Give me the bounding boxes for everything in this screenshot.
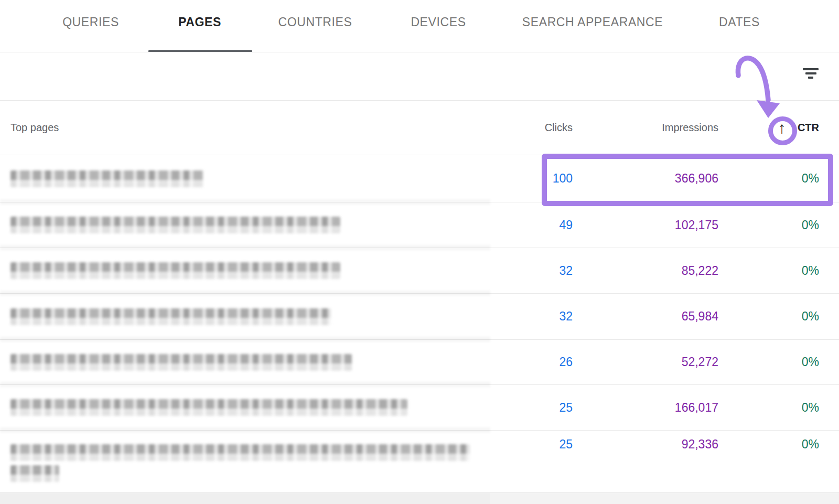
blurred-url-text: [10, 444, 470, 461]
active-tab-underline: [148, 50, 252, 52]
clicks-value[interactable]: 100: [494, 171, 573, 186]
tab-countries[interactable]: COUNTRIES: [278, 0, 352, 44]
clicks-value[interactable]: 26: [494, 355, 573, 369]
table-row[interactable]: 2592,3360%: [0, 430, 839, 492]
tab-pages[interactable]: PAGES: [178, 0, 221, 44]
page-url-blurred[interactable]: [10, 262, 494, 279]
table-header-row: Top pages Clicks Impressions ↑ CTR: [0, 101, 839, 155]
ctr-value: 0%: [718, 171, 819, 186]
table-row[interactable]: 2652,2720%: [0, 339, 839, 384]
column-header-clicks[interactable]: Clicks: [494, 122, 573, 134]
blurred-url-text: [10, 170, 203, 187]
page-url-blurred[interactable]: [10, 437, 494, 482]
column-header-impressions[interactable]: Impressions: [573, 122, 718, 134]
table-row[interactable]: 100366,9060%: [0, 155, 839, 202]
table-row[interactable]: 49102,1750%: [0, 202, 839, 248]
column-header-ctr-group: ↑ CTR: [718, 120, 819, 136]
table-row[interactable]: 3285,2220%: [0, 248, 839, 293]
column-header-ctr[interactable]: CTR: [798, 122, 819, 134]
tab-search-appearance[interactable]: SEARCH APPEARANCE: [522, 0, 663, 44]
impressions-value: 166,017: [573, 401, 718, 415]
blurred-url-text: [10, 465, 59, 482]
ctr-value: 0%: [718, 401, 819, 415]
column-header-top-pages[interactable]: Top pages: [10, 122, 494, 134]
ctr-value: 0%: [718, 437, 819, 452]
ctr-value: 0%: [718, 355, 819, 369]
filter-rows-icon[interactable]: [802, 68, 819, 82]
page-url-blurred[interactable]: [10, 399, 494, 416]
sort-ascending-arrow-icon[interactable]: ↑: [775, 120, 789, 136]
ctr-value: 0%: [718, 309, 819, 324]
impressions-value: 52,272: [573, 355, 718, 369]
tab-queries[interactable]: QUERIES: [62, 0, 119, 44]
blurred-url-text: [10, 262, 340, 279]
clicks-value[interactable]: 25: [494, 437, 573, 452]
blurred-url-text: [10, 217, 340, 233]
ctr-value: 0%: [718, 264, 819, 278]
table-footer-strip: [0, 492, 839, 504]
blurred-url-text: [10, 308, 331, 325]
table-toolbar: [0, 52, 839, 101]
impressions-value: 92,336: [573, 437, 718, 452]
page-url-blurred[interactable]: [10, 217, 494, 233]
table-row[interactable]: 3265,9840%: [0, 293, 839, 339]
page-url-blurred[interactable]: [10, 170, 494, 187]
blurred-url-text: [10, 354, 352, 371]
report-dimension-tabs: QUERIESPAGESCOUNTRIESDEVICESSEARCH APPEA…: [0, 0, 839, 52]
page-url-blurred[interactable]: [10, 354, 494, 371]
clicks-value[interactable]: 49: [494, 218, 573, 232]
impressions-value: 366,906: [573, 171, 718, 186]
impressions-value: 85,222: [573, 264, 718, 278]
impressions-value: 102,175: [573, 218, 718, 232]
impressions-value: 65,984: [573, 309, 718, 324]
tab-dates[interactable]: DATES: [719, 0, 760, 44]
clicks-value[interactable]: 32: [494, 309, 573, 324]
clicks-value[interactable]: 25: [494, 401, 573, 415]
tab-devices[interactable]: DEVICES: [411, 0, 466, 44]
page-url-blurred[interactable]: [10, 308, 494, 325]
ctr-value: 0%: [718, 218, 819, 232]
table-row[interactable]: 25166,0170%: [0, 384, 839, 430]
clicks-value[interactable]: 32: [494, 264, 573, 278]
blurred-url-text: [10, 399, 407, 416]
table-body: 100366,9060%49102,1750%3285,2220%3265,98…: [0, 155, 839, 492]
